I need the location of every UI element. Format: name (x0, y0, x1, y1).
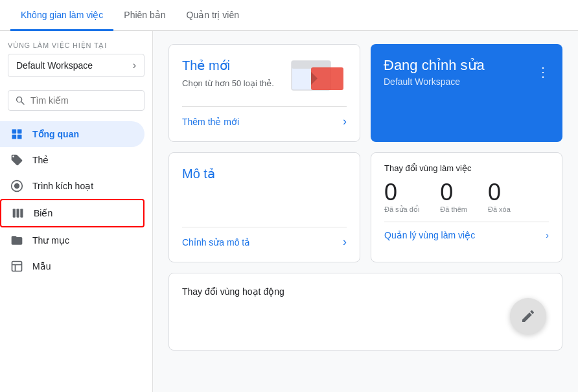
editing-card: Đang chỉnh sửa Default Workspace ⋮ (371, 44, 562, 142)
active-changes-card: Thay đổi vùng hoạt động (168, 273, 562, 351)
new-tag-desc: Chọn từ hơn 50 loại thẻ. (182, 78, 274, 88)
search-input[interactable] (30, 95, 137, 106)
svg-rect-8 (13, 209, 16, 217)
sidebar-item-variables[interactable]: Biến (0, 199, 144, 227)
stat-deleted-number: 0 (488, 181, 501, 204)
more-options-icon[interactable]: ⋮ (537, 64, 549, 80)
tag-illustration (288, 58, 347, 97)
sidebar-item-triggers[interactable]: Trình kích hoạt (0, 173, 144, 199)
overview-icon (10, 128, 23, 141)
tab-workspace[interactable]: Không gian làm việc (10, 0, 113, 31)
svg-rect-10 (20, 209, 23, 217)
templates-label: Mẫu (32, 261, 51, 271)
main-layout: VÙNG LÀM VIỆC HIỆN TẠI Default Workspace… (0, 31, 578, 392)
stat-deleted-label: Đã xóa (488, 205, 511, 213)
manage-workspace-label: Quản lý vùng làm việc (384, 230, 475, 240)
tab-version[interactable]: Phiên bản (113, 0, 176, 31)
workspace-name: Default Workspace (16, 60, 93, 71)
sidebar-item-overview[interactable]: Tổng quan (0, 121, 144, 147)
search-box[interactable] (8, 90, 144, 111)
triggers-label: Trình kích hoạt (32, 181, 93, 191)
sidebar-item-tags[interactable]: Thẻ (0, 147, 144, 173)
sidebar-item-templates[interactable]: Mẫu (0, 253, 144, 279)
tag-card-content: Thẻ mới Chọn từ hơn 50 loại thẻ. (182, 58, 347, 98)
workspace-section: VÙNG LÀM VIỆC HIỆN TẠI Default Workspace… (0, 41, 152, 85)
template-icon (10, 260, 23, 273)
workspace-changes-card: Thay đổi vùng làm việc 0 Đã sửa đổi 0 Đã… (371, 152, 562, 262)
edit-description-label: Chỉnh sửa mô tả (182, 237, 250, 248)
sidebar-item-folders[interactable]: Thư mục (0, 227, 144, 253)
arrow-right-icon-2: › (343, 235, 347, 249)
add-tag-label: Thêm thẻ mới (182, 117, 239, 127)
add-tag-link[interactable]: Thêm thẻ mới › (182, 106, 347, 128)
svg-rect-2 (12, 130, 17, 134)
svg-rect-9 (17, 209, 19, 217)
svg-rect-4 (12, 135, 17, 139)
search-icon (15, 95, 25, 106)
stat-added-label: Đã thêm (440, 205, 467, 213)
arrow-right-icon: › (343, 115, 347, 128)
svg-rect-11 (12, 262, 22, 271)
nav-items: Tổng quan Thẻ Trình kíc (0, 121, 152, 279)
description-card: Mô tả Chỉnh sửa mô tả › (168, 152, 360, 262)
workspace-changes-title: Thay đổi vùng làm việc (384, 163, 549, 173)
editing-title: Đang chỉnh sửa (384, 57, 485, 74)
stat-edited-number: 0 (384, 181, 397, 204)
tags-label: Thẻ (32, 155, 49, 165)
stat-added: 0 Đã thêm (440, 181, 467, 214)
folder-icon (10, 234, 23, 247)
new-tag-card: Thẻ mới Chọn từ hơn 50 loại thẻ. (168, 44, 360, 142)
content-area: Thẻ mới Chọn từ hơn 50 loại thẻ. (153, 31, 578, 392)
svg-point-7 (14, 183, 19, 189)
description-content (182, 187, 347, 219)
stat-edited-label: Đã sửa đổi (384, 205, 419, 214)
tag-icon (10, 154, 23, 167)
description-title: Mô tả (182, 166, 347, 181)
variable-icon (12, 207, 25, 220)
edit-fab-icon (520, 308, 536, 324)
chevron-right-icon: › (133, 60, 136, 71)
overview-label: Tổng quan (32, 129, 79, 139)
svg-line-1 (21, 102, 24, 104)
new-tag-title: Thẻ mới (182, 58, 274, 73)
svg-rect-5 (17, 135, 22, 139)
edit-description-link[interactable]: Chỉnh sửa mô tả › (182, 227, 347, 249)
svg-rect-3 (17, 130, 22, 134)
folders-label: Thư mục (32, 235, 69, 246)
arrow-right-icon-3: › (546, 230, 549, 240)
tab-admin[interactable]: Quản trị viên (176, 0, 249, 31)
stat-added-number: 0 (440, 181, 453, 204)
trigger-icon (10, 179, 23, 192)
stats-row: 0 Đã sửa đổi 0 Đã thêm 0 Đã xóa (384, 181, 549, 214)
top-navigation: Không gian làm việc Phiên bản Quản trị v… (0, 0, 578, 31)
stat-deleted: 0 Đã xóa (488, 181, 511, 214)
stat-edited: 0 Đã sửa đổi (384, 181, 419, 214)
editing-subtitle: Default Workspace (384, 76, 485, 87)
manage-workspace-link[interactable]: Quản lý vùng làm việc › (384, 222, 549, 240)
workspace-selector[interactable]: Default Workspace › (8, 54, 144, 77)
active-changes-title: Thay đổi vùng hoạt động (182, 286, 549, 297)
sidebar: VÙNG LÀM VIỆC HIỆN TẠI Default Workspace… (0, 31, 153, 392)
variables-label: Biến (34, 208, 52, 218)
editing-card-header: Đang chỉnh sửa Default Workspace ⋮ (384, 57, 549, 87)
fab-button[interactable] (510, 298, 546, 334)
workspace-label: VÙNG LÀM VIỆC HIỆN TẠI (8, 41, 144, 50)
